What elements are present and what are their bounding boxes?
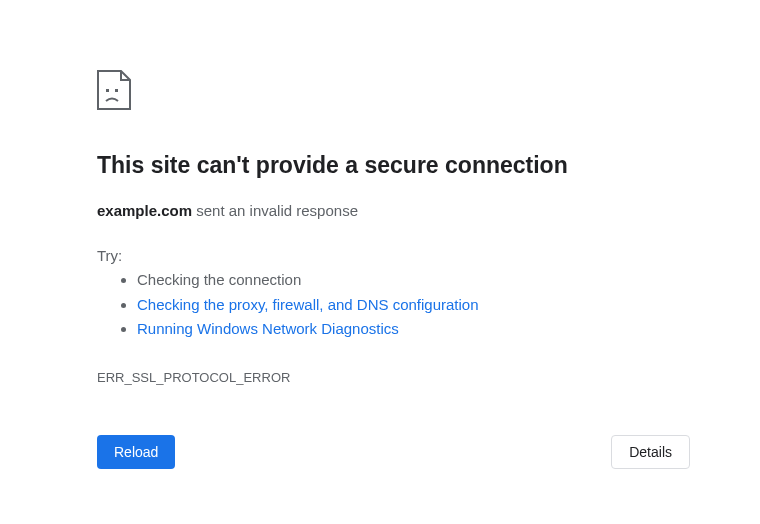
domain-name: example.com bbox=[97, 202, 192, 219]
suggestion-text: Checking the connection bbox=[137, 271, 301, 288]
svg-rect-0 bbox=[106, 89, 109, 92]
suggestion-list: Checking the connection Checking the pro… bbox=[97, 268, 690, 342]
button-row: Reload Details bbox=[97, 435, 690, 469]
details-button[interactable]: Details bbox=[611, 435, 690, 469]
sad-page-icon bbox=[97, 70, 690, 113]
try-label: Try: bbox=[97, 247, 690, 264]
suggestion-link-proxy[interactable]: Checking the proxy, firewall, and DNS co… bbox=[137, 296, 479, 313]
subline-after: sent an invalid response bbox=[192, 202, 358, 219]
error-subline: example.com sent an invalid response bbox=[97, 202, 690, 219]
reload-button[interactable]: Reload bbox=[97, 435, 175, 469]
list-item: Checking the connection bbox=[137, 268, 690, 293]
error-page: This site can't provide a secure connect… bbox=[0, 0, 690, 469]
suggestion-link-diagnostics[interactable]: Running Windows Network Diagnostics bbox=[137, 320, 399, 337]
error-code: ERR_SSL_PROTOCOL_ERROR bbox=[97, 370, 690, 385]
page-title: This site can't provide a secure connect… bbox=[97, 151, 690, 180]
svg-rect-1 bbox=[115, 89, 118, 92]
list-item: Running Windows Network Diagnostics bbox=[137, 317, 690, 342]
list-item: Checking the proxy, firewall, and DNS co… bbox=[137, 293, 690, 318]
